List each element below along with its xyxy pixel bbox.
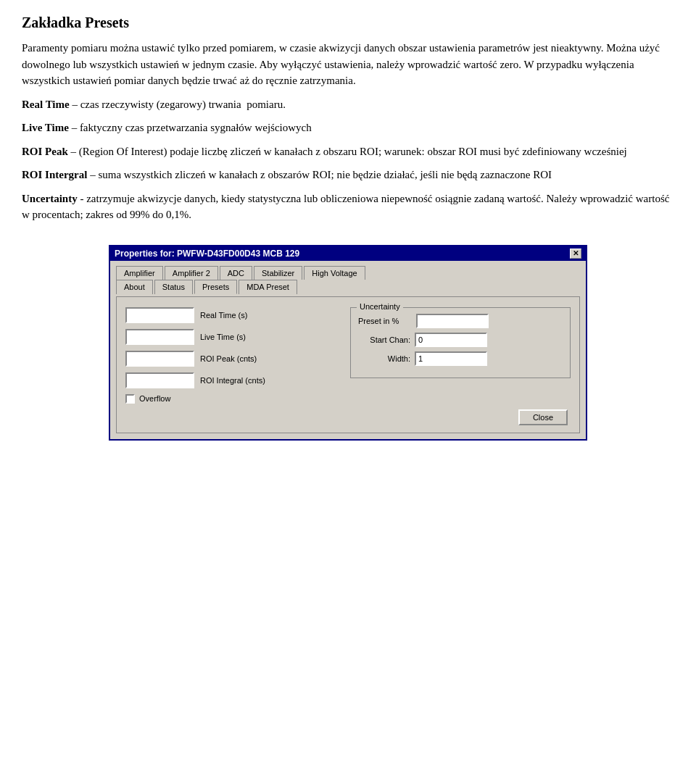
dialog-container: Properties for: PWFW-D43FD00D43 MCB 129 …	[22, 245, 674, 441]
close-button[interactable]: Close	[518, 409, 568, 425]
realtime-label: Real Time (s)	[200, 311, 247, 320]
preset-input[interactable]	[416, 314, 489, 328]
startchan-label: Start Chan:	[358, 335, 410, 344]
tab-row-2: About Status Presets MDA Preset	[116, 279, 580, 293]
tab-amplifier2[interactable]: Amplifier 2	[165, 266, 218, 280]
roiintegral-heading: ROI Intergral	[22, 169, 87, 180]
realtime-input[interactable]	[125, 307, 194, 323]
realtime-heading: Real Time	[22, 99, 70, 110]
width-row: Width:	[358, 351, 563, 366]
startchan-input[interactable]	[415, 333, 487, 347]
tab-highvoltage[interactable]: High Voltage	[304, 266, 365, 280]
preset-row: Preset in %	[358, 314, 563, 328]
tab-content: Real Time (s) Live Time (s) ROI Peak (cn…	[116, 296, 580, 433]
paragraph-roiintegral: ROI Intergral – suma wszystkich zliczeń …	[22, 167, 674, 183]
tab-row-1: Amplifier Amplifier 2 ADC Stabilizer Hig…	[116, 265, 580, 279]
roiintegral-label: ROI Integral (cnts)	[200, 376, 265, 385]
tab-presets[interactable]: Presets	[194, 280, 237, 294]
uncertainty-heading: Uncertainty	[22, 193, 78, 204]
paragraph-realtime: Real Time – czas rzeczywisty (zegarowy) …	[22, 96, 674, 113]
width-input[interactable]	[415, 351, 487, 366]
preset-label: Preset in %	[358, 317, 416, 325]
tab-mdapreset[interactable]: MDA Preset	[239, 280, 297, 294]
page-title: Zakładka Presets	[22, 14, 674, 31]
paragraph-1: Paramenty pomiaru można ustawić tylko pr…	[22, 40, 674, 89]
overflow-label: Overflow	[139, 394, 170, 403]
tab-stabilizer[interactable]: Stabilizer	[254, 266, 302, 280]
roiintegral-input[interactable]	[125, 372, 194, 388]
tab-status[interactable]: Status	[154, 280, 193, 294]
tab-about[interactable]: About	[116, 280, 153, 294]
paragraph-roipeak: ROI Peak – (Region Of Interest) podaje l…	[22, 143, 674, 160]
roipeak-input[interactable]	[125, 351, 194, 367]
roipeak-heading: ROI Peak	[22, 146, 68, 157]
livetime-heading: Live Time	[22, 122, 69, 133]
uncertainty-group: Uncertainty Preset in % Start Chan: Widt	[350, 307, 571, 378]
tab-adc[interactable]: ADC	[220, 266, 252, 280]
overflow-checkbox[interactable]	[125, 394, 135, 404]
properties-dialog: Properties for: PWFW-D43FD00D43 MCB 129 …	[109, 245, 587, 441]
dialog-titlebar: Properties for: PWFW-D43FD00D43 MCB 129 …	[110, 246, 586, 261]
right-column: Uncertainty Preset in % Start Chan: Widt	[350, 307, 571, 404]
roiintegral-row: ROI Integral (cnts)	[125, 372, 343, 388]
roipeak-label: ROI Peak (cnts)	[200, 354, 257, 363]
livetime-row: Live Time (s)	[125, 329, 343, 345]
close-row: Close	[125, 409, 571, 425]
width-label: Width:	[358, 354, 410, 363]
startchan-row: Start Chan:	[358, 333, 563, 347]
paragraph-livetime: Live Time – faktyczny czas przetwarzania…	[22, 120, 674, 136]
livetime-label: Live Time (s)	[200, 333, 246, 341]
roipeak-row: ROI Peak (cnts)	[125, 351, 343, 367]
overflow-row: Overflow	[125, 394, 343, 404]
livetime-input[interactable]	[125, 329, 194, 345]
paragraph-uncertainty: Uncertainty - zatrzymuje akwizycje danyc…	[22, 191, 674, 223]
uncertainty-legend: Uncertainty	[357, 302, 403, 311]
tab-amplifier[interactable]: Amplifier	[116, 266, 163, 280]
dialog-close-x-button[interactable]: ✕	[570, 249, 581, 259]
content-columns: Real Time (s) Live Time (s) ROI Peak (cn…	[125, 307, 571, 404]
dialog-body: Amplifier Amplifier 2 ADC Stabilizer Hig…	[110, 261, 586, 439]
left-column: Real Time (s) Live Time (s) ROI Peak (cn…	[125, 307, 343, 404]
dialog-title: Properties for: PWFW-D43FD00D43 MCB 129	[115, 249, 299, 259]
realtime-row: Real Time (s)	[125, 307, 343, 323]
